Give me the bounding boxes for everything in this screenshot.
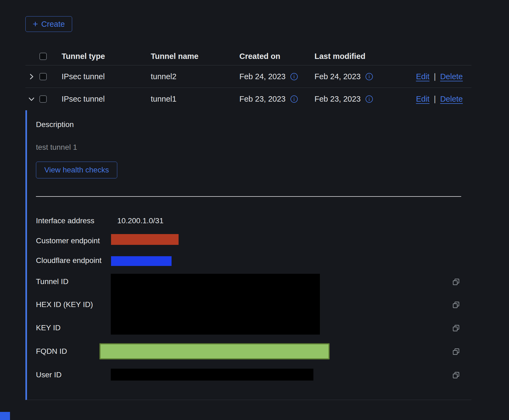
tunnel-name-cell: tunnel2: [151, 72, 239, 81]
info-icon[interactable]: i: [290, 95, 298, 103]
header-tunnel-type: Tunnel type: [62, 52, 151, 61]
create-button-label: Create: [41, 20, 65, 29]
info-icon[interactable]: i: [366, 95, 373, 103]
select-all-checkbox[interactable]: [39, 53, 47, 60]
plus-icon: +: [33, 19, 38, 28]
cloudflare-endpoint-label: Cloudflare endpoint: [36, 256, 102, 265]
tunnel-details-panel: Description test tunnel 1 View health ch…: [25, 110, 471, 400]
header-tunnel-name: Tunnel name: [151, 52, 239, 61]
user-id-redacted-value: [111, 369, 313, 381]
tunnel-type-cell: IPsec tunnel: [62, 95, 151, 104]
table-row-tunnel1: IPsec tunnel tunnel1 Feb 23, 2023 i Feb …: [25, 88, 471, 110]
hex-id-label: HEX ID (KEY ID): [36, 300, 93, 309]
delete-link[interactable]: Delete: [440, 95, 463, 104]
ipsec-tunnels-page: + Create Tunnel type Tunnel name Created…: [25, 16, 471, 400]
row-checkbox[interactable]: [39, 95, 47, 103]
copy-user-id-icon[interactable]: [452, 371, 460, 379]
table-row-tunnel2: IPsec tunnel tunnel2 Feb 24, 2023 i Feb …: [25, 65, 471, 88]
delete-link[interactable]: Delete: [440, 72, 463, 81]
fqdn-id-label: FQDN ID: [36, 347, 67, 356]
header-created-on: Created on: [239, 52, 314, 61]
header-last-modified: Last modified: [314, 52, 393, 61]
tunnel-hex-key-id-redacted-values: [111, 274, 320, 335]
interface-address-value: 10.200.1.0/31: [117, 216, 163, 225]
tunnels-table: Tunnel type Tunnel name Created on Last …: [25, 47, 471, 400]
bottom-blue-strip: [0, 412, 10, 420]
action-separator: |: [434, 95, 436, 104]
view-health-checks-button[interactable]: View health checks: [36, 162, 117, 178]
row-checkbox[interactable]: [39, 73, 47, 80]
created-on-value: Feb 23, 2023: [239, 95, 286, 104]
chevron-down-icon[interactable]: [27, 95, 36, 104]
customer-endpoint-redacted-value: [111, 234, 179, 245]
info-icon[interactable]: i: [290, 73, 298, 80]
description-label: Description: [36, 120, 74, 129]
created-on-value: Feb 24, 2023: [239, 72, 286, 81]
tunnel-type-cell: IPsec tunnel: [62, 72, 151, 81]
copy-tunnel-id-icon[interactable]: [452, 278, 460, 286]
key-id-label: KEY ID: [36, 324, 61, 332]
last-modified-value: Feb 23, 2023: [314, 95, 361, 104]
copy-key-id-icon[interactable]: [452, 324, 460, 332]
fqdn-id-redacted-value: [99, 343, 330, 359]
info-glyph: i: [369, 74, 370, 79]
copy-hex-id-icon[interactable]: [452, 301, 460, 309]
user-id-label: User ID: [36, 371, 62, 379]
copy-fqdn-id-icon[interactable]: [452, 347, 460, 356]
info-glyph: i: [293, 97, 295, 102]
info-glyph: i: [369, 97, 370, 102]
table-header-row: Tunnel type Tunnel name Created on Last …: [25, 47, 471, 65]
info-glyph: i: [293, 74, 295, 79]
tunnel-name-cell: tunnel1: [151, 95, 239, 104]
create-button[interactable]: + Create: [25, 16, 72, 32]
edit-link[interactable]: Edit: [416, 95, 430, 104]
section-divider: [36, 196, 461, 197]
tunnel-id-label: Tunnel ID: [36, 277, 68, 286]
last-modified-value: Feb 24, 2023: [314, 72, 361, 81]
info-icon[interactable]: i: [366, 73, 373, 80]
customer-endpoint-label: Customer endpoint: [36, 236, 100, 245]
interface-address-label: Interface address: [36, 216, 94, 225]
action-separator: |: [434, 72, 436, 81]
cloudflare-endpoint-redacted-value: [111, 256, 172, 266]
description-value: test tunnel 1: [36, 143, 77, 152]
edit-link[interactable]: Edit: [416, 72, 430, 81]
chevron-right-icon[interactable]: [27, 72, 36, 81]
